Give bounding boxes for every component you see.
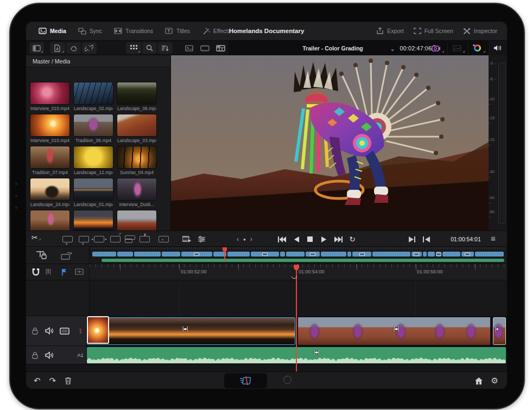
- tool-overwrite[interactable]: ▾: [79, 236, 89, 242]
- media-clip[interactable]: Landscape_01.mp4: [74, 178, 113, 207]
- inspector-button[interactable]: Inspector: [463, 28, 497, 35]
- insert-clip-button[interactable]: [60, 251, 73, 260]
- track-lock-icon[interactable]: [31, 327, 39, 335]
- fullscreen-button[interactable]: Full Screen: [414, 28, 453, 34]
- camera-button[interactable]: [427, 42, 445, 54]
- undo-button[interactable]: ↶: [34, 376, 41, 386]
- cut-page-button[interactable]: [224, 373, 267, 388]
- media-clip[interactable]: Landscape_02.mp4: [74, 82, 113, 111]
- track-height-button[interactable]: [75, 268, 84, 275]
- overview-clip-segment[interactable]: [321, 252, 346, 257]
- overview-clip-segment[interactable]: [461, 252, 474, 257]
- tool-smart-insert[interactable]: ▾: [62, 236, 73, 242]
- track-mute-icon[interactable]: [45, 327, 54, 335]
- media-clip[interactable]: Interview_010.mp4: [30, 82, 69, 111]
- snap-button[interactable]: [31, 268, 40, 277]
- mixer-button[interactable]: [194, 231, 208, 247]
- timeline-overview[interactable]: [90, 247, 507, 264]
- track-enable-icon[interactable]: [60, 328, 69, 335]
- delete-button[interactable]: [65, 377, 72, 385]
- previous-edit-button[interactable]: [419, 231, 433, 247]
- timeline-clip-sunset[interactable]: [87, 317, 295, 345]
- media-clip[interactable]: Landscape_12.mp4: [74, 146, 113, 175]
- audio-trim-button[interactable]: [‖]: [46, 268, 51, 274]
- overview-clip-segment[interactable]: [162, 252, 180, 257]
- overview-clip-segment[interactable]: [134, 252, 161, 257]
- timeline-clip-dancer-b[interactable]: [428, 317, 490, 345]
- media-clip[interactable]: Landscape_24.mp4: [30, 178, 69, 207]
- export-button[interactable]: Export: [376, 27, 403, 35]
- jog-right-icon[interactable]: ›: [250, 235, 252, 243]
- sort-button[interactable]: [158, 42, 173, 54]
- timeline-clip-dancer-a[interactable]: [298, 317, 428, 345]
- selected-clip-thumbnail[interactable]: [87, 316, 109, 344]
- jog-left-icon[interactable]: ‹: [237, 235, 239, 243]
- home-button[interactable]: [475, 377, 483, 385]
- overview-clip-segment[interactable]: [286, 252, 305, 257]
- tool-source-overwrite[interactable]: ▮: [140, 236, 150, 242]
- overview-playhead[interactable]: [224, 247, 227, 261]
- overview-clip-segment[interactable]: [436, 252, 442, 257]
- overview-clip-segment[interactable]: [306, 252, 320, 257]
- scene-cut-detect-button[interactable]: [447, 42, 466, 54]
- auto-color-button[interactable]: ✦: [468, 42, 486, 54]
- overview-clip-segment[interactable]: [411, 252, 422, 257]
- media-clip[interactable]: Landscape_06.mp4: [117, 82, 156, 111]
- timeline-empty-area[interactable]: [90, 280, 507, 316]
- overview-clip-segment[interactable]: [372, 252, 410, 257]
- overview-clip-segment[interactable]: [347, 252, 351, 257]
- tool-lock-button[interactable]: [36, 251, 48, 260]
- go-to-end-button[interactable]: [331, 231, 345, 247]
- timeline-options-menu[interactable]: ≡: [491, 231, 496, 247]
- redo-button[interactable]: ↷: [49, 376, 56, 386]
- tab-transitions[interactable]: Transitions: [109, 25, 158, 37]
- jog-control[interactable]: ‹ ● ›: [237, 231, 252, 247]
- filmstrip-play-button[interactable]: [180, 231, 194, 247]
- color-page-button[interactable]: [283, 376, 292, 384]
- overview-clip-segment[interactable]: [423, 252, 427, 257]
- viewer-image[interactable]: [171, 55, 489, 230]
- resync-clips-button[interactable]: [66, 42, 81, 54]
- split-clip-button[interactable]: ✂: [31, 233, 38, 242]
- overview-clip-segment[interactable]: [475, 252, 504, 257]
- stop-button[interactable]: [303, 231, 317, 247]
- jog-dot-icon[interactable]: ●: [243, 237, 246, 242]
- media-clip[interactable]: Landscape_03.mp4: [117, 114, 156, 143]
- filmstrip-view-button[interactable]: [198, 42, 212, 54]
- media-clip[interactable]: Interview_Dusk...: [117, 178, 156, 207]
- tab-effects[interactable]: Effects: [197, 25, 236, 37]
- breadcrumb[interactable]: Master / Media: [26, 55, 170, 67]
- media-pool-layout-button[interactable]: [29, 42, 44, 54]
- media-clip[interactable]: Tradition_07.mp4: [30, 146, 69, 175]
- grid-view-button[interactable]: [126, 42, 141, 54]
- overview-clip-segment[interactable]: [251, 252, 279, 257]
- overview-clip-segment[interactable]: [352, 252, 372, 257]
- overview-clip-segment[interactable]: [181, 252, 212, 257]
- tab-sync[interactable]: Sync: [73, 25, 107, 37]
- overview-clip-segment[interactable]: [442, 252, 460, 257]
- loop-button[interactable]: ↻: [345, 231, 359, 247]
- thumbnail-view-button[interactable]: [182, 42, 197, 54]
- settings-button[interactable]: ⚙: [491, 376, 498, 386]
- overview-clip-segment[interactable]: [117, 252, 132, 257]
- relink-media-button[interactable]: [82, 42, 97, 54]
- play-around-button[interactable]: [405, 231, 419, 247]
- play-button[interactable]: [317, 231, 331, 247]
- media-clip[interactable]: Interview_010.mp4: [30, 114, 69, 143]
- overview-clip-segment[interactable]: [280, 252, 285, 257]
- audio-lock-icon[interactable]: [31, 351, 39, 359]
- speaker-icon[interactable]: [493, 44, 502, 52]
- tool-ripple-overwrite[interactable]: ◂▸: [94, 236, 104, 242]
- go-to-start-button[interactable]: [275, 231, 289, 247]
- media-clip[interactable]: Tradition_06.mp4: [74, 114, 113, 143]
- marker-flag-button[interactable]: [61, 268, 68, 276]
- tool-picture-in-picture[interactable]: ▲: [159, 236, 169, 242]
- overview-clip-segment[interactable]: [92, 252, 116, 257]
- overview-clip-segment[interactable]: [227, 252, 250, 257]
- tab-media[interactable]: Media: [34, 25, 71, 37]
- audio-mute-icon[interactable]: [45, 351, 54, 359]
- strip-view-button[interactable]: [213, 42, 228, 54]
- import-media-button[interactable]: [50, 42, 65, 54]
- media-clip[interactable]: Sunrise_04.mp4: [117, 146, 156, 175]
- tab-titles[interactable]: Titles: [160, 25, 195, 37]
